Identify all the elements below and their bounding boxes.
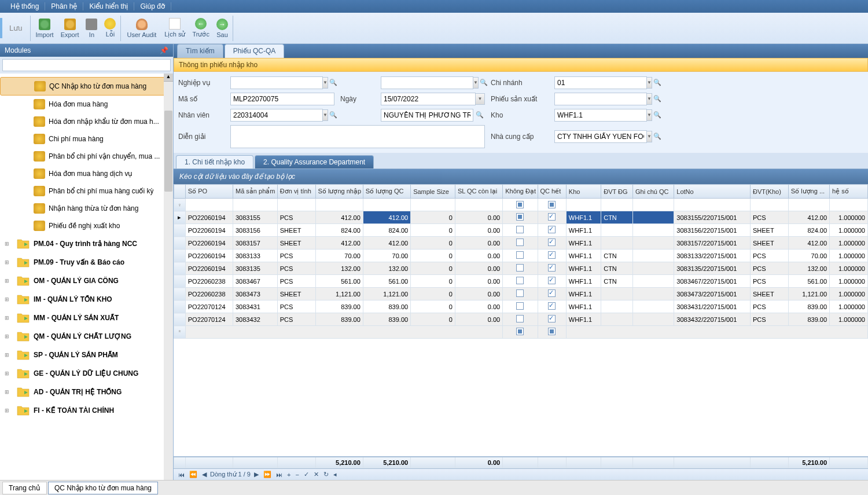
tree-item-7[interactable]: Nhận hàng thừa từ đơn hàng — [0, 200, 173, 217]
checkbox[interactable] — [548, 328, 556, 335]
sidebar-search-input[interactable] — [2, 59, 171, 71]
menu-system[interactable]: Hệ thống — [5, 2, 45, 10]
tree-item-3[interactable]: Chi phí mua hàng — [0, 130, 173, 148]
ngay-input[interactable] — [381, 93, 476, 105]
khongdat-checkbox[interactable] — [516, 277, 524, 284]
table-row[interactable]: PO220601943083133PCS70.0070.0000.00WHF1.… — [174, 250, 868, 262]
search-icon[interactable]: 🔍 — [475, 109, 485, 121]
col-header[interactable]: Kho — [566, 185, 601, 199]
subtab-detail[interactable]: 1. Chi tiết nhập kho — [176, 155, 253, 168]
khongdat-checkbox[interactable] — [516, 289, 524, 297]
nghiepvu-name-input[interactable] — [381, 76, 473, 89]
col-header[interactable]: Đơn vị tính — [277, 185, 315, 199]
nghiepvu-input[interactable] — [230, 76, 323, 89]
status-home[interactable]: Trang chủ — [2, 482, 47, 494]
khongdat-checkbox[interactable] — [516, 226, 524, 233]
search-icon[interactable]: 🔍 — [653, 77, 661, 89]
table-row[interactable]: PO220701243083432PCS839.00839.0000.00WHF… — [174, 313, 868, 326]
save-button[interactable]: Lưu — [0, 18, 29, 38]
expander-icon[interactable]: ⊞ — [5, 315, 10, 321]
subtab-qa[interactable]: 2. Quality Assurance Department — [255, 155, 374, 168]
search-icon[interactable]: 🔍 — [480, 77, 488, 89]
col-header[interactable]: Số lượng QC — [363, 185, 410, 199]
tree-item-5[interactable]: Hóa đơn mua hàng dịch vụ — [0, 165, 173, 182]
pager-last[interactable]: ⏭ — [275, 471, 284, 478]
tab-qcqa[interactable]: Phiếu QC-QA — [225, 44, 285, 58]
dropdown-icon[interactable]: ▼ — [647, 109, 652, 121]
pager-next[interactable]: ▶ — [253, 471, 260, 478]
search-icon[interactable]: 🔍 — [653, 93, 661, 105]
status-current[interactable]: QC Nhập kho từ đơn mua hàng — [48, 482, 158, 494]
qchet-checkbox[interactable] — [548, 289, 556, 297]
menu-help[interactable]: Giúp đỡ — [134, 2, 171, 10]
group-by-bar[interactable]: Kéo cột dữ liệu vào đây để tạo bộ lọc — [174, 169, 868, 184]
expander-icon[interactable]: ⊞ — [5, 371, 10, 376]
pager-first[interactable]: ⏮ — [177, 471, 186, 478]
col-header[interactable]: LotNo — [674, 185, 751, 199]
expander-icon[interactable]: ⊞ — [5, 408, 10, 413]
dropdown-icon[interactable]: ▼ — [323, 109, 328, 121]
expander-icon[interactable]: ⊞ — [5, 259, 10, 265]
col-header[interactable]: ĐVT(Kho) — [750, 185, 788, 199]
qchet-checkbox[interactable] — [548, 239, 556, 246]
prev-button[interactable]: ←Trước — [189, 17, 213, 39]
col-header[interactable]: Số lượng ... — [788, 185, 829, 199]
table-row[interactable]: PO220602383083467PCS561.00561.0000.00WHF… — [174, 275, 868, 288]
tab-search[interactable]: Tìm kiếm — [177, 44, 223, 58]
khongdat-checkbox[interactable] — [516, 239, 524, 246]
khongdat-checkbox[interactable] — [516, 251, 524, 259]
qchet-checkbox[interactable] — [548, 277, 556, 284]
import-button[interactable]: Import — [32, 17, 57, 39]
pager-next-page[interactable]: ⏩ — [262, 471, 273, 478]
sidebar-scrollbar[interactable]: ▲ — [164, 74, 173, 480]
tree-item-13[interactable]: ⊞MM - QUẢN LÝ SẢN XUẤT — [0, 309, 173, 327]
tree-item-15[interactable]: ⊞SP - QUẢN LÝ SẢN PHẨM — [0, 346, 173, 364]
pin-icon[interactable]: 📌 — [160, 46, 168, 54]
next-button[interactable]: →Sau — [213, 17, 231, 39]
menu-display[interactable]: Kiểu hiển thị — [83, 2, 134, 10]
search-icon[interactable]: 🔍 — [653, 109, 661, 121]
pager-expand[interactable]: ◂ — [332, 471, 338, 478]
tree-item-1[interactable]: Hóa đơn mua hàng — [0, 96, 173, 113]
pager-remove[interactable]: − — [294, 471, 300, 478]
dropdown-icon[interactable]: ▼ — [323, 77, 328, 89]
phieusx-input[interactable] — [554, 93, 647, 105]
table-row[interactable]: PO220601943083157SHEET412.00412.0000.00W… — [174, 237, 868, 250]
table-row[interactable]: PO220601943083135PCS132.00132.0000.00WHF… — [174, 262, 868, 275]
filter-checkbox[interactable] — [548, 201, 556, 208]
checkbox[interactable] — [516, 328, 524, 335]
khongdat-checkbox[interactable] — [516, 315, 524, 322]
qchet-checkbox[interactable] — [548, 264, 556, 272]
col-header[interactable]: SL QC còn lại — [455, 185, 502, 199]
tree-item-6[interactable]: Phân bổ chi phí mua hàng cuối kỳ — [0, 182, 173, 200]
error-button[interactable]: Lỗi — [101, 17, 119, 39]
expander-icon[interactable]: ⊞ — [5, 241, 10, 247]
col-header[interactable]: Số lượng nhập — [315, 185, 363, 199]
col-header[interactable]: Ghi chú QC — [633, 185, 674, 199]
tree-item-11[interactable]: ⊞OM - QUẢN LÝ GIA CÔNG — [0, 272, 173, 290]
tree-item-9[interactable]: ⊞PM.04 - Quy trình trả hàng NCC — [0, 234, 173, 253]
dropdown-icon[interactable]: ▼ — [647, 131, 652, 142]
tree-item-14[interactable]: ⊞QM - QUẢN LÝ CHẤT LƯỢNG — [0, 327, 173, 346]
col-header[interactable]: Sample Size — [411, 185, 455, 199]
col-header[interactable]: Số PO — [185, 185, 233, 199]
export-button[interactable]: Export — [57, 17, 83, 39]
expander-icon[interactable]: ⊞ — [5, 333, 10, 339]
dropdown-icon[interactable]: ▼ — [476, 93, 485, 105]
table-row[interactable]: PO220601943083156SHEET824.00824.0000.00W… — [174, 224, 868, 237]
search-icon[interactable]: 🔍 — [329, 109, 337, 121]
expander-icon[interactable]: ⊞ — [5, 296, 10, 302]
nhanvien-name-input[interactable] — [381, 109, 473, 122]
tree-item-16[interactable]: ⊞GE - QUẢN LÝ DỮ LIỆU CHUNG — [0, 364, 173, 383]
tree-item-17[interactable]: ⊞AD - QUẢN TRỊ HỆ THỐNG — [0, 383, 173, 401]
search-icon[interactable]: 🔍 — [653, 131, 661, 142]
print-button[interactable]: In — [82, 17, 101, 39]
table-row[interactable]: ▸PO220601943083155PCS412.00412.0000.00WH… — [174, 211, 868, 224]
diengiai-input[interactable] — [230, 125, 485, 148]
tree-item-0[interactable]: QC Nhập kho từ đơn mua hàng — [0, 77, 173, 96]
search-icon[interactable]: 🔍 — [329, 77, 337, 89]
nhanvien-input[interactable] — [230, 109, 323, 122]
pager-cancel[interactable]: ✕ — [312, 471, 320, 478]
dropdown-icon[interactable]: ▼ — [647, 77, 652, 89]
expander-icon[interactable]: ⊞ — [5, 278, 10, 284]
